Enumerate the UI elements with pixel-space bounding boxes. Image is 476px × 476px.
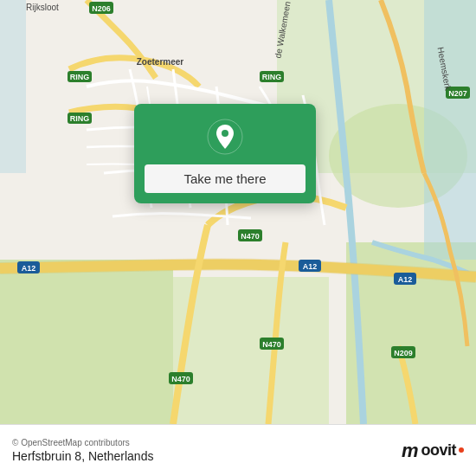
map-container: A12 A12 A12 N470 N470 N470 N206 RING RIN…: [0, 0, 476, 424]
bottom-left-info: © OpenStreetMap contributors Herfstbruin…: [12, 438, 153, 463]
moovit-logo: m oovit: [402, 440, 464, 462]
svg-rect-7: [0, 0, 26, 173]
svg-text:A12: A12: [303, 262, 318, 271]
svg-text:A12: A12: [398, 275, 413, 284]
bottom-bar: © OpenStreetMap contributors Herfstbruin…: [0, 424, 476, 476]
svg-text:N470: N470: [241, 232, 260, 241]
svg-text:RING: RING: [262, 73, 282, 81]
map-svg: A12 A12 A12 N470 N470 N470 N206 RING RIN…: [0, 0, 476, 424]
moovit-dot: [459, 447, 464, 453]
svg-text:RING: RING: [70, 114, 90, 123]
svg-rect-3: [173, 277, 329, 424]
svg-text:N470: N470: [171, 375, 190, 383]
svg-rect-6: [424, 0, 476, 260]
popup-card: Take me there: [134, 104, 316, 203]
svg-text:N206: N206: [92, 4, 111, 13]
svg-text:Rijksloot: Rijksloot: [26, 3, 59, 12]
location-pin-icon: [206, 118, 244, 156]
moovit-m-letter: m: [402, 440, 419, 462]
svg-point-37: [222, 130, 228, 137]
osm-credit: © OpenStreetMap contributors: [12, 438, 153, 447]
svg-text:A12: A12: [22, 264, 36, 273]
svg-text:N207: N207: [448, 89, 467, 98]
svg-text:N209: N209: [394, 349, 413, 357]
take-me-there-button[interactable]: Take me there: [145, 164, 306, 193]
svg-text:N470: N470: [262, 340, 281, 349]
moovit-text: oovit: [421, 441, 457, 460]
address-text: Herfstbruin 8, Netherlands: [12, 449, 153, 463]
svg-text:Zoetermeer: Zoetermeer: [137, 57, 184, 67]
svg-rect-2: [0, 260, 173, 424]
svg-text:RING: RING: [70, 73, 90, 81]
